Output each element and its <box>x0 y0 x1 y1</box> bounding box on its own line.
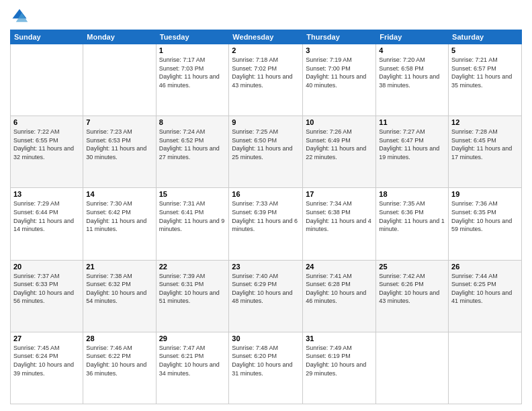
day-number: 30 <box>232 334 300 342</box>
calendar-week-0: 1Sunrise: 7:17 AM Sunset: 7:03 PM Daylig… <box>11 44 522 116</box>
day-info: Sunrise: 7:47 AM Sunset: 6:21 PM Dayligh… <box>159 344 226 377</box>
calendar-cell: 16Sunrise: 7:33 AM Sunset: 6:39 PM Dayli… <box>229 188 303 260</box>
day-number: 7 <box>86 118 152 126</box>
calendar-header-thursday: Thursday <box>303 30 376 44</box>
calendar-header-sunday: Sunday <box>11 30 83 44</box>
page: SundayMondayTuesdayWednesdayThursdayFrid… <box>0 0 532 411</box>
calendar-cell: 5Sunrise: 7:21 AM Sunset: 6:57 PM Daylig… <box>449 44 522 116</box>
day-info: Sunrise: 7:31 AM Sunset: 6:41 PM Dayligh… <box>159 199 226 233</box>
day-info: Sunrise: 7:39 AM Sunset: 6:31 PM Dayligh… <box>159 272 226 306</box>
day-info: Sunrise: 7:45 AM Sunset: 6:24 PM Dayligh… <box>13 344 80 377</box>
day-number: 16 <box>232 190 300 198</box>
logo-icon <box>10 7 29 26</box>
logo <box>10 7 32 26</box>
calendar-cell: 3Sunrise: 7:19 AM Sunset: 7:00 PM Daylig… <box>303 44 376 116</box>
calendar-cell: 17Sunrise: 7:34 AM Sunset: 6:38 PM Dayli… <box>303 188 376 260</box>
calendar-cell: 26Sunrise: 7:44 AM Sunset: 6:25 PM Dayli… <box>449 260 522 332</box>
day-number: 14 <box>86 190 152 198</box>
day-number: 5 <box>451 46 519 54</box>
day-info: Sunrise: 7:41 AM Sunset: 6:28 PM Dayligh… <box>306 272 373 306</box>
calendar-cell: 4Sunrise: 7:20 AM Sunset: 6:58 PM Daylig… <box>376 44 449 116</box>
day-number: 21 <box>86 263 152 271</box>
calendar-header-friday: Friday <box>376 30 449 44</box>
calendar-cell: 11Sunrise: 7:27 AM Sunset: 6:47 PM Dayli… <box>376 116 449 188</box>
calendar-cell: 10Sunrise: 7:26 AM Sunset: 6:49 PM Dayli… <box>303 116 376 188</box>
calendar-cell <box>376 332 449 404</box>
day-number: 28 <box>86 334 152 342</box>
calendar-cell <box>83 44 156 116</box>
day-number: 25 <box>379 263 445 271</box>
calendar-cell: 27Sunrise: 7:45 AM Sunset: 6:24 PM Dayli… <box>11 332 83 404</box>
day-number: 24 <box>306 263 373 271</box>
calendar-cell: 23Sunrise: 7:40 AM Sunset: 6:29 PM Dayli… <box>229 260 303 332</box>
calendar-week-3: 20Sunrise: 7:37 AM Sunset: 6:33 PM Dayli… <box>11 260 522 332</box>
day-info: Sunrise: 7:34 AM Sunset: 6:38 PM Dayligh… <box>306 199 373 233</box>
calendar-header-row: SundayMondayTuesdayWednesdayThursdayFrid… <box>11 30 522 44</box>
calendar-week-1: 6Sunrise: 7:22 AM Sunset: 6:55 PM Daylig… <box>11 116 522 188</box>
day-number: 4 <box>379 46 445 54</box>
day-number: 6 <box>13 118 80 126</box>
day-info: Sunrise: 7:44 AM Sunset: 6:25 PM Dayligh… <box>451 272 519 306</box>
day-info: Sunrise: 7:38 AM Sunset: 6:32 PM Dayligh… <box>86 272 152 306</box>
calendar-cell: 12Sunrise: 7:28 AM Sunset: 6:45 PM Dayli… <box>449 116 522 188</box>
day-info: Sunrise: 7:27 AM Sunset: 6:47 PM Dayligh… <box>379 128 445 161</box>
day-info: Sunrise: 7:49 AM Sunset: 6:19 PM Dayligh… <box>306 344 373 377</box>
calendar-header-tuesday: Tuesday <box>156 30 229 44</box>
day-info: Sunrise: 7:35 AM Sunset: 6:36 PM Dayligh… <box>379 199 445 233</box>
calendar-cell <box>11 44 83 116</box>
day-number: 2 <box>232 46 300 54</box>
header <box>10 7 522 26</box>
calendar-header-wednesday: Wednesday <box>229 30 303 44</box>
calendar-cell: 9Sunrise: 7:25 AM Sunset: 6:50 PM Daylig… <box>229 116 303 188</box>
day-number: 12 <box>451 118 519 126</box>
calendar-cell: 14Sunrise: 7:30 AM Sunset: 6:42 PM Dayli… <box>83 188 156 260</box>
calendar-cell: 6Sunrise: 7:22 AM Sunset: 6:55 PM Daylig… <box>11 116 83 188</box>
day-number: 11 <box>379 118 445 126</box>
calendar-cell: 15Sunrise: 7:31 AM Sunset: 6:41 PM Dayli… <box>156 188 229 260</box>
day-info: Sunrise: 7:18 AM Sunset: 7:02 PM Dayligh… <box>232 56 300 89</box>
calendar-header-monday: Monday <box>83 30 156 44</box>
day-info: Sunrise: 7:24 AM Sunset: 6:52 PM Dayligh… <box>159 128 226 161</box>
calendar-cell: 30Sunrise: 7:48 AM Sunset: 6:20 PM Dayli… <box>229 332 303 404</box>
calendar-cell: 22Sunrise: 7:39 AM Sunset: 6:31 PM Dayli… <box>156 260 229 332</box>
day-number: 17 <box>306 190 373 198</box>
day-number: 20 <box>13 263 80 271</box>
day-number: 18 <box>379 190 445 198</box>
day-info: Sunrise: 7:19 AM Sunset: 7:00 PM Dayligh… <box>306 56 373 89</box>
day-number: 31 <box>306 334 373 342</box>
day-info: Sunrise: 7:46 AM Sunset: 6:22 PM Dayligh… <box>86 344 152 377</box>
day-number: 19 <box>451 190 519 198</box>
day-number: 10 <box>306 118 373 126</box>
day-number: 23 <box>232 263 300 271</box>
calendar-cell: 28Sunrise: 7:46 AM Sunset: 6:22 PM Dayli… <box>83 332 156 404</box>
calendar-cell: 31Sunrise: 7:49 AM Sunset: 6:19 PM Dayli… <box>303 332 376 404</box>
calendar-cell: 13Sunrise: 7:29 AM Sunset: 6:44 PM Dayli… <box>11 188 83 260</box>
calendar-cell: 18Sunrise: 7:35 AM Sunset: 6:36 PM Dayli… <box>376 188 449 260</box>
calendar-cell: 21Sunrise: 7:38 AM Sunset: 6:32 PM Dayli… <box>83 260 156 332</box>
day-number: 9 <box>232 118 300 126</box>
calendar-cell: 29Sunrise: 7:47 AM Sunset: 6:21 PM Dayli… <box>156 332 229 404</box>
day-info: Sunrise: 7:48 AM Sunset: 6:20 PM Dayligh… <box>232 344 300 377</box>
day-number: 22 <box>159 263 226 271</box>
day-info: Sunrise: 7:28 AM Sunset: 6:45 PM Dayligh… <box>451 128 519 161</box>
calendar-cell: 24Sunrise: 7:41 AM Sunset: 6:28 PM Dayli… <box>303 260 376 332</box>
calendar-week-2: 13Sunrise: 7:29 AM Sunset: 6:44 PM Dayli… <box>11 188 522 260</box>
calendar-table: SundayMondayTuesdayWednesdayThursdayFrid… <box>10 30 522 404</box>
day-info: Sunrise: 7:21 AM Sunset: 6:57 PM Dayligh… <box>451 56 519 89</box>
calendar-header-saturday: Saturday <box>449 30 522 44</box>
calendar-cell: 25Sunrise: 7:42 AM Sunset: 6:26 PM Dayli… <box>376 260 449 332</box>
day-info: Sunrise: 7:29 AM Sunset: 6:44 PM Dayligh… <box>13 199 80 233</box>
calendar-cell: 19Sunrise: 7:36 AM Sunset: 6:35 PM Dayli… <box>449 188 522 260</box>
calendar-cell: 1Sunrise: 7:17 AM Sunset: 7:03 PM Daylig… <box>156 44 229 116</box>
day-info: Sunrise: 7:26 AM Sunset: 6:49 PM Dayligh… <box>306 128 373 161</box>
day-number: 8 <box>159 118 226 126</box>
calendar-week-4: 27Sunrise: 7:45 AM Sunset: 6:24 PM Dayli… <box>11 332 522 404</box>
day-info: Sunrise: 7:25 AM Sunset: 6:50 PM Dayligh… <box>232 128 300 161</box>
calendar-cell: 7Sunrise: 7:23 AM Sunset: 6:53 PM Daylig… <box>83 116 156 188</box>
day-info: Sunrise: 7:17 AM Sunset: 7:03 PM Dayligh… <box>159 56 226 89</box>
day-info: Sunrise: 7:23 AM Sunset: 6:53 PM Dayligh… <box>86 128 152 161</box>
day-info: Sunrise: 7:40 AM Sunset: 6:29 PM Dayligh… <box>232 272 300 306</box>
calendar-cell: 2Sunrise: 7:18 AM Sunset: 7:02 PM Daylig… <box>229 44 303 116</box>
calendar-cell: 8Sunrise: 7:24 AM Sunset: 6:52 PM Daylig… <box>156 116 229 188</box>
day-info: Sunrise: 7:37 AM Sunset: 6:33 PM Dayligh… <box>13 272 80 306</box>
